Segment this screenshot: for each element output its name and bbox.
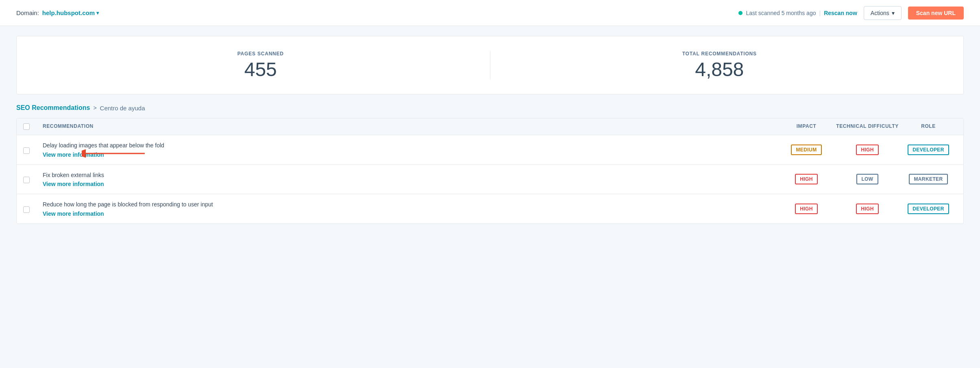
- chevron-down-icon: ▾: [96, 10, 99, 16]
- row-2-title: Fix broken external links: [43, 171, 778, 180]
- page-header: Domain: help.hubspot.com ▾ Last scanned …: [0, 0, 980, 26]
- select-all-checkbox[interactable]: [23, 123, 30, 130]
- table-row: Reduce how long the page is blocked from…: [17, 194, 963, 223]
- row-3-role-badge: DEVELOPER: [908, 204, 949, 214]
- row-1-checkbox[interactable]: [23, 147, 30, 154]
- row-3-rec-cell: Reduce how long the page is blocked from…: [43, 201, 778, 217]
- status-dot-icon: [738, 11, 743, 15]
- table-row: Delay loading images that appear below t…: [17, 135, 963, 165]
- row-1-view-more-link[interactable]: View more information: [43, 151, 778, 158]
- total-recommendations-label: TOTAL RECOMMENDATIONS: [490, 51, 949, 57]
- row-1-checkbox-cell: [23, 146, 43, 154]
- row-2-difficulty-cell: LOW: [835, 174, 900, 184]
- row-3-title: Reduce how long the page is blocked from…: [43, 201, 778, 209]
- domain-link[interactable]: help.hubspot.com ▾: [42, 9, 99, 16]
- scan-status-text: Last scanned 5 months ago: [746, 10, 816, 16]
- row-1-role-badge: DEVELOPER: [908, 145, 949, 155]
- breadcrumb: SEO Recommendations > Centro de ayuda: [0, 104, 980, 112]
- pipe-separator: |: [819, 10, 821, 16]
- recommendation-column-header: RECOMMENDATION: [43, 123, 778, 130]
- impact-column-header: IMPACT: [778, 123, 835, 130]
- row-2-checkbox-cell: [23, 175, 43, 183]
- role-column-header: ROLE: [900, 123, 957, 130]
- row-3-difficulty-badge: HIGH: [856, 204, 879, 214]
- pages-scanned-block: PAGES SCANNED 455: [31, 51, 490, 79]
- domain-label: Domain:: [16, 9, 39, 16]
- row-3-impact-badge: HIGH: [795, 204, 818, 214]
- scan-status: Last scanned 5 months ago | Rescan now: [738, 10, 857, 16]
- header-right: Last scanned 5 months ago | Rescan now A…: [738, 6, 964, 20]
- row-3-role-cell: DEVELOPER: [900, 204, 957, 214]
- row-1-role-cell: DEVELOPER: [900, 145, 957, 155]
- row-3-checkbox-cell: [23, 205, 43, 213]
- total-recommendations-block: TOTAL RECOMMENDATIONS 4,858: [490, 51, 949, 79]
- row-2-impact-badge: HIGH: [795, 174, 818, 184]
- row-1-rec-cell: Delay loading images that appear below t…: [43, 142, 778, 158]
- chevron-down-icon: ▾: [892, 10, 895, 16]
- scan-new-url-button[interactable]: Scan new URL: [908, 7, 964, 20]
- row-2-role-badge: MARKETER: [909, 174, 947, 184]
- breadcrumb-current: Centro de ayuda: [100, 105, 145, 112]
- pages-scanned-label: PAGES SCANNED: [31, 51, 490, 57]
- row-3-checkbox[interactable]: [23, 206, 30, 213]
- pages-scanned-value: 455: [31, 60, 490, 79]
- technical-difficulty-column-header: TECHNICAL DIFFICULTY: [835, 123, 900, 130]
- row-2-checkbox[interactable]: [23, 177, 30, 183]
- rescan-link[interactable]: Rescan now: [824, 10, 857, 16]
- stats-section: PAGES SCANNED 455 TOTAL RECOMMENDATIONS …: [16, 36, 964, 94]
- row-2-impact-cell: HIGH: [778, 174, 835, 184]
- recommendations-table: RECOMMENDATION IMPACT TECHNICAL DIFFICUL…: [16, 118, 964, 224]
- row-3-difficulty-cell: HIGH: [835, 204, 900, 214]
- seo-recommendations-breadcrumb[interactable]: SEO Recommendations: [16, 104, 90, 112]
- row-2-difficulty-badge: LOW: [856, 174, 878, 184]
- total-recommendations-value: 4,858: [490, 60, 949, 79]
- header-left: Domain: help.hubspot.com ▾: [16, 9, 99, 16]
- row-3-impact-cell: HIGH: [778, 204, 835, 214]
- row-1-difficulty-badge: HIGH: [856, 145, 879, 155]
- row-1-difficulty-cell: HIGH: [835, 145, 900, 155]
- row-2-view-more-link[interactable]: View more information: [43, 181, 778, 187]
- checkbox-header-cell: [23, 123, 43, 130]
- row-1-title: Delay loading images that appear below t…: [43, 142, 778, 150]
- row-2-rec-cell: Fix broken external links View more info…: [43, 171, 778, 188]
- breadcrumb-separator: >: [93, 105, 96, 111]
- actions-button[interactable]: Actions ▾: [864, 6, 902, 20]
- row-3-view-more-link[interactable]: View more information: [43, 210, 778, 217]
- table-row: Fix broken external links View more info…: [17, 165, 963, 195]
- row-2-role-cell: MARKETER: [900, 174, 957, 184]
- table-header-row: RECOMMENDATION IMPACT TECHNICAL DIFFICUL…: [17, 118, 963, 135]
- row-1-impact-badge: MEDIUM: [791, 145, 821, 155]
- row-1-impact-cell: MEDIUM: [778, 145, 835, 155]
